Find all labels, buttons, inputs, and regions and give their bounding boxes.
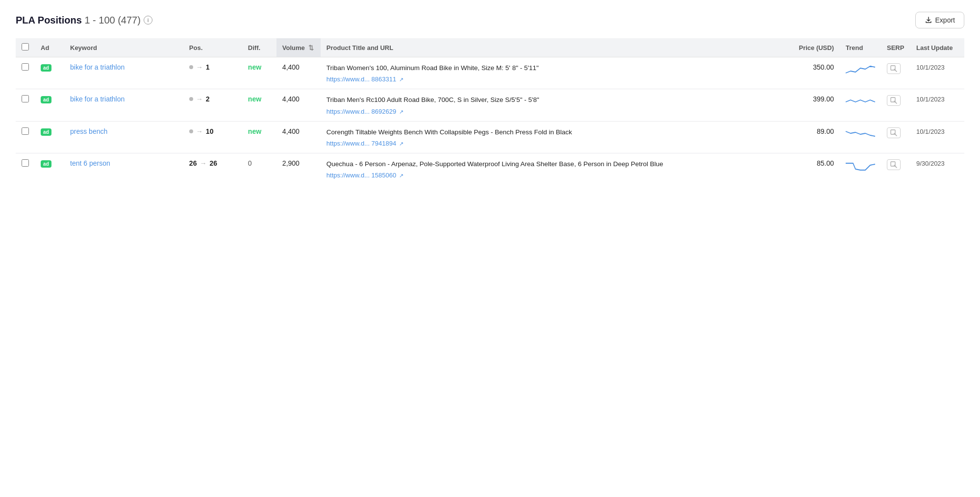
product-url-link[interactable]: https://www.d... 8692629 xyxy=(327,108,396,115)
page-range: 1 - 100 (477) xyxy=(82,15,141,26)
row-diff-cell: new xyxy=(242,89,276,121)
row-serp-cell[interactable] xyxy=(881,89,910,121)
pos-arrow: → xyxy=(196,63,203,71)
pos-dot xyxy=(189,97,193,101)
product-title: Triban Men's Rc100 Adult Road Bike, 700C… xyxy=(327,95,785,105)
product-url-link[interactable]: https://www.d... 8863311 xyxy=(327,75,396,83)
row-checkbox-1[interactable] xyxy=(22,63,29,71)
header-serp: SERP xyxy=(881,38,910,57)
serp-icon-button[interactable] xyxy=(887,159,901,170)
row-keyword-cell[interactable]: bike for a triathlon xyxy=(64,89,183,121)
ad-badge: ad xyxy=(41,160,51,168)
row-checkbox-cell[interactable] xyxy=(16,89,35,121)
row-checkbox-cell[interactable] xyxy=(16,57,35,89)
last-update-value: 10/1/2023 xyxy=(916,128,945,135)
row-trend-cell xyxy=(840,121,881,153)
ad-badge: ad xyxy=(41,96,51,103)
export-button[interactable]: Export xyxy=(915,12,964,28)
row-checkbox-2[interactable] xyxy=(22,95,29,102)
last-update-value: 10/1/2023 xyxy=(916,64,945,71)
row-serp-cell[interactable] xyxy=(881,57,910,89)
keyword-link[interactable]: bike for a triathlon xyxy=(70,63,125,71)
product-title: Corength Tiltable Weights Bench With Col… xyxy=(327,127,785,137)
serp-icon-button[interactable] xyxy=(887,63,901,74)
row-ad-cell: ad xyxy=(35,121,64,153)
header-diff: Diff. xyxy=(242,38,276,57)
external-link-icon[interactable]: ↗ xyxy=(399,76,403,82)
serp-icon-button[interactable] xyxy=(887,127,901,138)
pos-arrow: → xyxy=(200,159,206,167)
row-diff-cell: 0 xyxy=(242,153,276,185)
pos-arrow: → xyxy=(196,127,203,135)
header-checkbox[interactable] xyxy=(16,38,35,57)
row-price-cell: 89.00 xyxy=(791,121,840,153)
price-value: 85.00 xyxy=(817,159,834,167)
select-all-checkbox[interactable] xyxy=(22,43,29,50)
product-title: Quechua - 6 Person - Arpenaz, Pole-Suppo… xyxy=(327,159,785,169)
row-pos-cell: → 1 xyxy=(183,57,242,89)
table-row: ad bike for a triathlon → 1 new 4,400 Tr… xyxy=(16,57,964,89)
row-product-cell: Triban Women's 100, Aluminum Road Bike i… xyxy=(321,57,791,89)
serp-magnifier-icon xyxy=(890,129,897,136)
row-checkbox-4[interactable] xyxy=(22,159,29,167)
last-update-value: 10/1/2023 xyxy=(916,96,945,103)
export-icon xyxy=(925,16,932,24)
table-row: ad tent 6 person 26 → 26 0 2,900 Quechua… xyxy=(16,153,964,185)
row-keyword-cell[interactable]: tent 6 person xyxy=(64,153,183,185)
pla-table: Ad Keyword Pos. Diff. Volume ⇅ Product T… xyxy=(16,38,964,185)
sort-icon: ⇅ xyxy=(308,44,314,51)
row-price-cell: 85.00 xyxy=(791,153,840,185)
row-serp-cell[interactable] xyxy=(881,121,910,153)
info-icon[interactable]: i xyxy=(144,16,152,25)
row-lastupdate-cell: 10/1/2023 xyxy=(910,89,964,121)
serp-magnifier-icon xyxy=(890,97,897,104)
row-lastupdate-cell: 10/1/2023 xyxy=(910,121,964,153)
product-id: 7941894 xyxy=(372,140,397,147)
row-volume-cell: 4,400 xyxy=(276,57,321,89)
row-ad-cell: ad xyxy=(35,57,64,89)
row-checkbox-cell[interactable] xyxy=(16,153,35,185)
row-checkbox-3[interactable] xyxy=(22,127,29,135)
product-id: 8863311 xyxy=(372,75,397,83)
product-title: Triban Women's 100, Aluminum Road Bike i… xyxy=(327,63,785,73)
volume-value: 4,400 xyxy=(282,127,300,135)
external-link-icon[interactable]: ↗ xyxy=(399,141,403,147)
header-keyword: Keyword xyxy=(64,38,183,57)
header-title-group: PLA Positions 1 - 100 (477) i xyxy=(16,15,152,26)
row-lastupdate-cell: 9/30/2023 xyxy=(910,153,964,185)
header-product: Product Title and URL xyxy=(321,38,791,57)
row-diff-cell: new xyxy=(242,57,276,89)
price-value: 89.00 xyxy=(817,127,834,135)
serp-magnifier-icon xyxy=(890,161,897,168)
header-price: Price (USD) xyxy=(791,38,840,57)
serp-icon-button[interactable] xyxy=(887,95,901,106)
diff-value: 0 xyxy=(248,159,252,167)
row-trend-cell xyxy=(840,89,881,121)
volume-value: 2,900 xyxy=(282,159,300,167)
volume-value: 4,400 xyxy=(282,63,300,71)
row-keyword-cell[interactable]: press bench xyxy=(64,121,183,153)
product-url-link[interactable]: https://www.d... 1585060 xyxy=(327,172,396,179)
keyword-link[interactable]: tent 6 person xyxy=(70,159,110,167)
pos-arrow: → xyxy=(196,95,203,103)
row-volume-cell: 4,400 xyxy=(276,121,321,153)
pos-dot xyxy=(189,65,193,69)
last-update-value: 9/30/2023 xyxy=(916,160,945,167)
diff-value: new xyxy=(248,63,261,71)
row-price-cell: 399.00 xyxy=(791,89,840,121)
keyword-link[interactable]: press bench xyxy=(70,127,107,135)
external-link-icon[interactable]: ↗ xyxy=(399,109,403,115)
product-url-link[interactable]: https://www.d... 7941894 xyxy=(327,140,396,147)
row-product-cell: Quechua - 6 Person - Arpenaz, Pole-Suppo… xyxy=(321,153,791,185)
row-serp-cell[interactable] xyxy=(881,153,910,185)
header-volume[interactable]: Volume ⇅ xyxy=(276,38,321,57)
external-link-icon[interactable]: ↗ xyxy=(399,173,403,178)
keyword-link[interactable]: bike for a triathlon xyxy=(70,95,125,103)
pos-dot xyxy=(189,129,193,133)
page-title: PLA Positions xyxy=(16,15,82,26)
ad-badge: ad xyxy=(41,128,51,136)
row-pos-cell: → 10 xyxy=(183,121,242,153)
row-checkbox-cell[interactable] xyxy=(16,121,35,153)
row-keyword-cell[interactable]: bike for a triathlon xyxy=(64,57,183,89)
header-trend: Trend xyxy=(840,38,881,57)
